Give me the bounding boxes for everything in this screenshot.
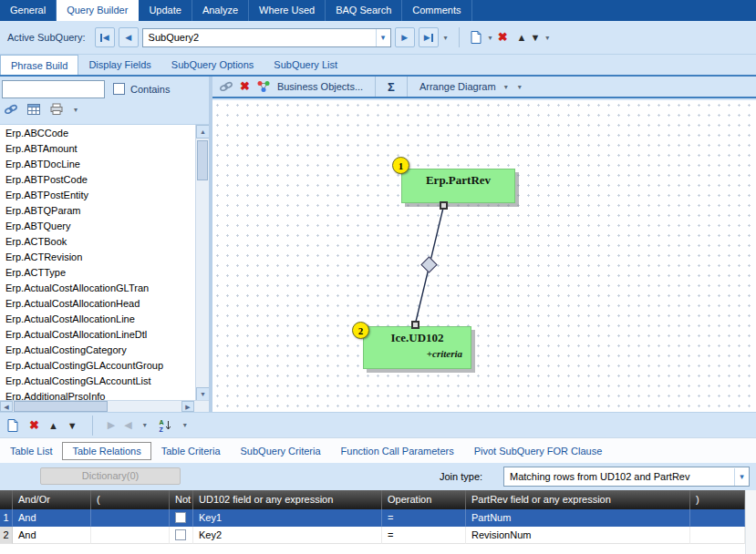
arrange-dropdown-icon[interactable]: ▾	[502, 83, 510, 91]
table-list-item[interactable]: Erp.ActualCostAllocationLineDtl	[0, 327, 195, 343]
connector-handle-icon[interactable]	[411, 321, 419, 329]
table-list-item[interactable]: Erp.ACTRevision	[0, 250, 195, 265]
header-partrev-field[interactable]: PartRev field or any expression	[466, 490, 690, 509]
connector-handle-icon[interactable]	[440, 201, 448, 210]
run-icon[interactable]: ▶	[108, 419, 115, 431]
menu-tab-baq-search[interactable]: BAQ Search	[326, 0, 402, 21]
tab-pivot-subquery-for-clause[interactable]: Pivot SubQuery FOR Clause	[464, 442, 613, 460]
menu-tab-query-builder[interactable]: Query Builder	[57, 0, 139, 21]
link-tables-icon[interactable]	[4, 102, 18, 117]
tab-phrase-build[interactable]: Phrase Build	[0, 55, 78, 75]
move-up-icon[interactable]: ▲	[517, 32, 527, 43]
table-list-item[interactable]: Erp.AdditionalPrsoInfo	[0, 389, 195, 400]
menu-tab-where-used[interactable]: Where Used	[249, 0, 326, 21]
chevron-down-icon[interactable]: ▾	[376, 29, 390, 46]
subquery-combobox[interactable]: SubQuery2 ▾	[142, 28, 391, 47]
business-objects-button[interactable]: Business Objects...	[277, 81, 363, 92]
menu-tab-comments[interactable]: Comments	[402, 0, 471, 21]
horizontal-scroll-thumb[interactable]	[14, 401, 108, 412]
table-list-item[interactable]: Erp.ActualCostAllocationGLTran	[0, 281, 195, 296]
scroll-down-icon[interactable]: ▼	[196, 387, 209, 400]
sort-az-icon[interactable]: AZ	[158, 418, 172, 433]
sort-options-dropdown-icon[interactable]: ▾	[181, 421, 189, 429]
arrange-diagram-button[interactable]: Arrange Diagram	[419, 81, 496, 92]
last-subquery-button[interactable]: ▶	[419, 27, 439, 47]
tab-subquery-list[interactable]: SubQuery List	[264, 55, 347, 75]
header-ud102-field[interactable]: UD102 field or any expression	[193, 490, 382, 509]
scroll-right-icon[interactable]: ▶	[181, 401, 194, 412]
new-subquery-icon[interactable]	[469, 30, 483, 45]
list-options-dropdown-icon[interactable]: ▾	[72, 106, 79, 114]
scroll-up-icon[interactable]: ▲	[196, 125, 209, 138]
cell-partrev-field[interactable]: PartNum	[466, 509, 690, 527]
table-list-item[interactable]: Erp.ABCCode	[0, 126, 195, 141]
diagram-node-partrev[interactable]: Erp.PartRev	[401, 169, 515, 203]
delete-relation-icon[interactable]: ✖	[29, 418, 39, 433]
delete-subquery-icon[interactable]: ✖	[498, 30, 508, 45]
table-list-item[interactable]: Erp.ABTPostEntity	[0, 188, 195, 203]
next-subquery-button[interactable]: ▶	[395, 27, 415, 47]
tab-function-call-parameters[interactable]: Function Call Parameters	[331, 442, 464, 460]
chevron-down-icon[interactable]: ▾	[734, 468, 749, 486]
cell-andor[interactable]: And	[13, 509, 91, 527]
move-row-up-icon[interactable]: ▲	[48, 420, 58, 431]
header-not[interactable]: Not	[170, 490, 193, 509]
menu-tab-analyze[interactable]: Analyze	[192, 0, 249, 21]
table-row[interactable]: 2 And Key2 = RevisionNum	[0, 527, 756, 544]
diagram-canvas[interactable]: Erp.PartRev 1 Ice.UD102 +criteria 2	[212, 100, 756, 412]
tab-display-fields[interactable]: Display Fields	[78, 55, 161, 75]
menu-tab-update[interactable]: Update	[139, 0, 192, 21]
grid-vertical-scrollbar[interactable]	[745, 490, 756, 554]
cell-operation[interactable]: =	[382, 509, 466, 527]
new-options-dropdown-icon[interactable]: ▾	[487, 34, 494, 42]
cell-close-paren[interactable]	[690, 509, 745, 527]
tab-table-criteria[interactable]: Table Criteria	[151, 442, 231, 460]
cell-operation[interactable]: =	[382, 527, 466, 544]
not-checkbox[interactable]	[175, 529, 186, 540]
table-row[interactable]: 1 And Key1 = PartNum	[0, 509, 756, 527]
table-list-item[interactable]: Erp.ACTBook	[0, 234, 195, 250]
header-open-paren[interactable]: (	[91, 490, 170, 509]
aggregate-sigma-button[interactable]: Σ	[388, 80, 395, 94]
header-close-paren[interactable]: )	[690, 490, 745, 509]
previous-subquery-button[interactable]: ◀	[119, 27, 139, 47]
table-list-item[interactable]: Erp.ActualCostingCategory	[0, 343, 195, 358]
header-andor[interactable]: And/Or	[13, 490, 91, 509]
run-options-dropdown-icon[interactable]: ▾	[141, 421, 149, 429]
cell-not[interactable]	[170, 527, 193, 544]
nav-options-dropdown-icon[interactable]: ▾	[442, 34, 450, 42]
search-input[interactable]	[2, 80, 105, 98]
table-list-item[interactable]: Erp.ActualCostingGLAccountList	[0, 374, 195, 389]
table-list-horizontal-scrollbar[interactable]: ◀ ▶	[0, 400, 209, 412]
contains-checkbox[interactable]	[113, 83, 125, 95]
cell-open-paren[interactable]	[91, 527, 170, 544]
back-icon[interactable]: ◀	[124, 419, 131, 431]
tab-subquery-options[interactable]: SubQuery Options	[161, 55, 264, 75]
cell-open-paren[interactable]	[91, 509, 170, 527]
table-list-item[interactable]: Erp.ABTPostCode	[0, 172, 195, 188]
move-options-dropdown-icon[interactable]: ▾	[544, 34, 551, 42]
tab-subquery-criteria[interactable]: SubQuery Criteria	[231, 442, 331, 460]
remove-table-icon[interactable]: ✖	[240, 79, 250, 94]
cell-not[interactable]	[170, 509, 193, 527]
table-list-item[interactable]: Erp.ACTType	[0, 265, 195, 281]
table-list-item[interactable]: Erp.ABTQParam	[0, 203, 195, 219]
join-type-combobox[interactable]: Matching rows from UD102 and PartRev ▾	[503, 467, 750, 487]
move-row-down-icon[interactable]: ▼	[67, 420, 78, 431]
cell-close-paren[interactable]	[690, 527, 745, 544]
new-relation-icon[interactable]	[5, 418, 20, 433]
header-operation[interactable]: Operation	[382, 490, 466, 509]
cell-ud102-field[interactable]: Key1	[193, 509, 382, 527]
cell-andor[interactable]: And	[13, 527, 91, 544]
move-down-icon[interactable]: ▼	[530, 32, 540, 43]
not-checkbox[interactable]	[175, 512, 186, 523]
diagram-node-ud102[interactable]: Ice.UD102 +criteria	[363, 326, 471, 369]
printer-icon[interactable]	[49, 102, 64, 117]
diagram-options-dropdown-icon[interactable]: ▾	[516, 83, 523, 91]
menu-tab-general[interactable]: General	[0, 0, 57, 21]
table-list-item[interactable]: Erp.ABTDocLine	[0, 157, 195, 172]
table-list-item[interactable]: Erp.ABTAmount	[0, 141, 195, 157]
table-list-item[interactable]: Erp.ActualCostAllocationHead	[0, 296, 195, 312]
cell-partrev-field[interactable]: RevisionNum	[466, 527, 690, 544]
tab-table-list[interactable]: Table List	[0, 442, 62, 460]
